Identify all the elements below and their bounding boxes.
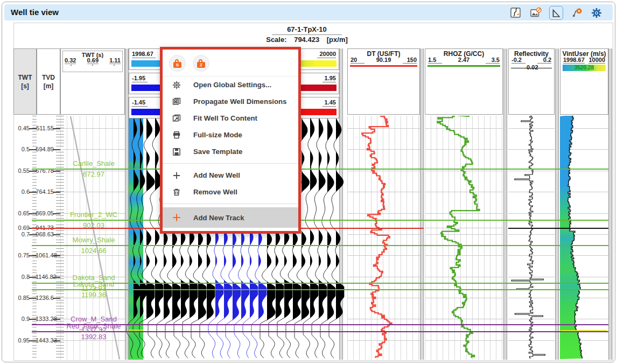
lock-z-button[interactable]: Z	[193, 55, 209, 72]
tvd-tick-label: 511.55	[36, 125, 54, 131]
menu-item-remove-well[interactable]: Remove Well	[163, 184, 298, 200]
menu-icon-propagate	[172, 97, 181, 107]
lock-button-row: SZ	[163, 50, 298, 76]
twt-tick-label: 0.65	[13, 210, 30, 216]
tvd-index-header: TVD [m]	[37, 48, 60, 115]
menu-item-add-new-well[interactable]: Add New Well	[163, 167, 298, 184]
twt-tick-label: 0.5	[13, 146, 30, 152]
tvd-major-tick	[53, 213, 60, 214]
reflectivity-track-header[interactable]: Reflectivity -0.2 0.2 -0.02	[508, 48, 555, 115]
horizon-name: Lakota_Sand	[60, 280, 127, 288]
twt-tick-label: 0.9	[13, 316, 30, 322]
toolbar	[509, 6, 603, 20]
menu-icon-plus-orange	[172, 213, 181, 222]
lock-icon: S	[173, 59, 181, 68]
scale-label: Scale:	[266, 36, 286, 44]
tvd-major-tick	[53, 128, 60, 129]
page-title: Well tie view	[11, 8, 59, 17]
horizon-depth: 1392.83	[60, 333, 127, 341]
horizon-depth: 1024.66	[60, 247, 127, 255]
horizon-line-frontier_2_wc	[32, 220, 608, 221]
tvd-tick-label: 764.15	[36, 188, 54, 195]
tvd-major-tick	[53, 277, 60, 278]
horizon-name: Mowry_Shale	[60, 236, 127, 244]
tvd-tick-label: 869.05	[36, 210, 54, 216]
tvd-tick-label: 968.63	[36, 231, 54, 237]
vintuser-colorbar: 3520.28	[563, 65, 606, 71]
well-name: 67-1-TpX-10	[226, 25, 388, 35]
tvd-major-tick	[53, 171, 60, 172]
yellow-segment	[129, 330, 143, 331]
tvd-major-tick	[53, 192, 60, 193]
horizon-depth: 1199.36	[60, 291, 127, 299]
tvd-major-tick	[53, 298, 60, 299]
twt-tick-label: 0.95	[13, 337, 30, 344]
marker-line-black	[508, 228, 608, 229]
menu-icon-gear	[172, 80, 181, 90]
menu-icon-fit	[172, 114, 181, 123]
horizon-line-carlile_shale	[32, 169, 608, 170]
horizon-name: Carlile_Shale	[60, 159, 127, 167]
twt-tick-label: 0.69	[13, 225, 30, 231]
twt-tick-label: 0.75	[13, 252, 30, 258]
horizon-line-mowry_shale	[32, 245, 608, 246]
horizon-depth: 902.03	[60, 221, 127, 229]
menu-icon-save	[172, 147, 181, 157]
twt-tick-label: 0.7	[13, 231, 30, 237]
tvd-major-tick	[53, 319, 60, 320]
image-disabled-icon[interactable]	[529, 6, 542, 19]
tvd-major-tick	[53, 340, 60, 341]
scale-unit: [px/m]	[327, 36, 348, 44]
menu-icon-printer	[172, 130, 181, 140]
picking-tool-icon[interactable]	[570, 6, 583, 19]
menu-item-save-template[interactable]: Save Template	[163, 143, 298, 160]
tvd-tick-label: 1333.28	[36, 316, 54, 322]
lock-s-button[interactable]: S	[169, 55, 186, 72]
tvd-major-tick	[53, 234, 60, 235]
scale-row: Scale: 794.423 [px/m]	[226, 36, 388, 44]
menu-item-propagate-well-dimensions[interactable]: Propagate Well Dimensions	[163, 93, 298, 110]
menu-item-open-global-settings[interactable]: Open Global Settings...	[163, 76, 298, 93]
well-tie-view-icon[interactable]	[549, 6, 563, 20]
rhoz-track-header[interactable]: RHOZ (G/CC) 1.5 2.47 3.5	[425, 48, 503, 115]
menu-separator	[163, 204, 298, 204]
rhoz-curve-legend-line	[427, 65, 500, 67]
reflectivity-legend-line: -0.02	[511, 68, 552, 68]
tvd-major-tick	[53, 149, 60, 150]
twt-tick-label: 0.85	[13, 295, 30, 301]
twt-tick-label: 0.8	[13, 274, 30, 280]
dt-curve-legend-line	[350, 65, 417, 67]
settings-gear-icon[interactable]	[590, 6, 603, 19]
twt-tick-label: 0.6	[13, 188, 30, 195]
twt-tick-label: 0.45	[13, 125, 30, 131]
context-menu: SZ Open Global Settings...Propagate Well…	[160, 47, 301, 234]
menu-icon-plus	[172, 171, 181, 180]
tvd-tick-label: 1146.82	[36, 274, 54, 280]
menu-separator	[163, 163, 298, 164]
tvd-tick-label: 594.89	[36, 146, 54, 152]
tvd-major-tick	[53, 255, 60, 256]
yellow-segment	[560, 330, 607, 331]
tvd-tick-label: 1443.33	[36, 337, 54, 344]
plot-area[interactable]: 0.45511.550.5594.890.55676.780.6764.150.…	[0, 116, 617, 360]
horizon-depth: 672.97	[60, 170, 127, 178]
vintuser-track-header[interactable]: VintUser (m/s) 1998.67 10000 3520.28	[560, 48, 608, 115]
horizon-name: Frontier_2_WC	[60, 211, 127, 219]
seismic-display-icon[interactable]	[509, 6, 522, 19]
menu-icon-trash	[172, 187, 181, 197]
twt-scale-track-header[interactable]: TWT (s) 0.32 0.69 1.11	[60, 48, 125, 115]
tvd-tick-label: 1061.48	[36, 252, 54, 258]
scale-value[interactable]: 794.423	[294, 36, 319, 44]
menu-item-full-size-mode[interactable]: Full-size Mode	[163, 127, 298, 143]
tvd-tick-label: 1236.6	[36, 295, 54, 301]
menu-item-fit-well-to-content[interactable]: Fit Well To Content	[163, 110, 298, 127]
twt-index-header: TWT [s]	[13, 48, 37, 115]
title-bar: Well tie view	[4, 4, 613, 20]
horizon-name: Red_Peak_Shale	[60, 322, 127, 330]
dt-track-header[interactable]: DT (US/FT) 20 90.19 150	[347, 48, 420, 115]
menu-item-add-new-track[interactable]: Add New Track	[163, 207, 298, 228]
lock-icon: Z	[197, 59, 205, 68]
twt-tick-label: 0.55	[13, 167, 30, 174]
